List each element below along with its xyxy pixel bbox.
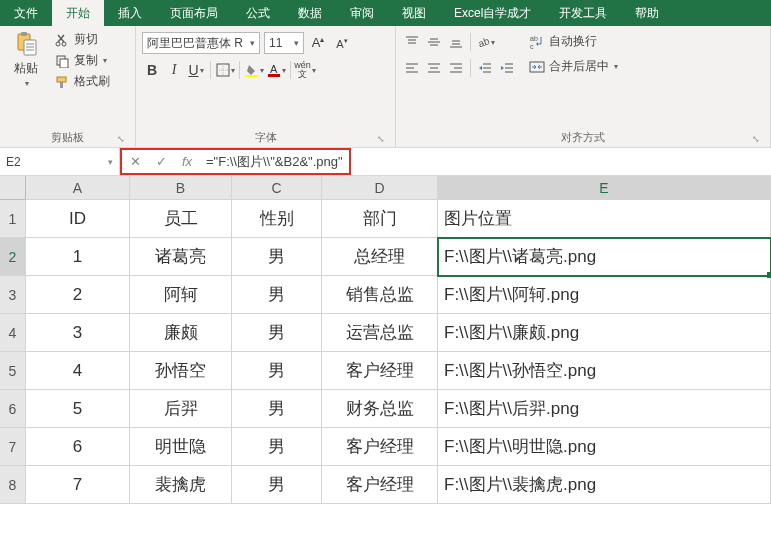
font-name-combo[interactable]: 阿里巴巴普惠体 R ▾ [142, 32, 260, 54]
cell[interactable]: 男 [232, 466, 322, 504]
cell[interactable]: 7 [26, 466, 130, 504]
cell[interactable]: F:\\图片\\明世隐.png [438, 428, 771, 466]
tab-insert[interactable]: 插入 [104, 0, 156, 26]
decrease-font-button[interactable]: A▾ [332, 33, 352, 53]
cell[interactable]: 员工 [130, 200, 232, 238]
cell[interactable]: 男 [232, 428, 322, 466]
formula-input[interactable]: ="F:\\图片\\"&B2&".png" [200, 153, 349, 171]
cell[interactable]: 图片位置 [438, 200, 771, 238]
cell[interactable]: 总经理 [322, 238, 438, 276]
cell[interactable]: 4 [26, 352, 130, 390]
cell[interactable]: 财务总监 [322, 390, 438, 428]
orientation-button[interactable]: ab▾ [475, 32, 495, 52]
font-name-value: 阿里巴巴普惠体 R [147, 35, 243, 52]
font-launcher-icon[interactable]: ⤡ [375, 133, 387, 145]
row-header[interactable]: 1 [0, 200, 26, 238]
copy-button[interactable]: 复制 ▾ [50, 51, 114, 70]
cell[interactable]: 1 [26, 238, 130, 276]
font-color-button[interactable]: A▾ [266, 60, 286, 80]
row-header[interactable]: 5 [0, 352, 26, 390]
italic-button[interactable]: I [164, 60, 184, 80]
border-button[interactable]: ▾ [215, 60, 235, 80]
cell[interactable]: 3 [26, 314, 130, 352]
increase-font-button[interactable]: A▴ [308, 33, 328, 53]
row-header[interactable]: 8 [0, 466, 26, 504]
column-header-b[interactable]: B [130, 176, 232, 200]
cell[interactable]: 2 [26, 276, 130, 314]
align-top-button[interactable] [402, 32, 422, 52]
fx-button[interactable]: fx [174, 150, 200, 173]
align-right-button[interactable] [446, 58, 466, 78]
cell[interactable]: 诸葛亮 [130, 238, 232, 276]
column-header-a[interactable]: A [26, 176, 130, 200]
tab-data[interactable]: 数据 [284, 0, 336, 26]
tab-file[interactable]: 文件 [0, 0, 52, 26]
cell[interactable]: 阿轲 [130, 276, 232, 314]
merge-center-button[interactable]: 合并后居中 ▾ [525, 57, 622, 76]
enter-formula-button[interactable]: ✓ [148, 150, 174, 173]
cell[interactable]: 5 [26, 390, 130, 428]
row-header[interactable]: 6 [0, 390, 26, 428]
tab-self-learn[interactable]: Excel自学成才 [440, 0, 545, 26]
cell[interactable]: 明世隐 [130, 428, 232, 466]
tab-dev-tools[interactable]: 开发工具 [545, 0, 621, 26]
cut-button[interactable]: 剪切 [50, 30, 114, 49]
cell[interactable]: 男 [232, 238, 322, 276]
tab-review[interactable]: 审阅 [336, 0, 388, 26]
column-header-c[interactable]: C [232, 176, 322, 200]
cell[interactable]: 裴擒虎 [130, 466, 232, 504]
cell[interactable]: 廉颇 [130, 314, 232, 352]
cancel-formula-button[interactable]: ✕ [122, 150, 148, 173]
tab-help[interactable]: 帮助 [621, 0, 673, 26]
decrease-indent-button[interactable] [475, 58, 495, 78]
paste-button[interactable]: 粘贴 ▾ [6, 28, 46, 129]
cell[interactable]: 客户经理 [322, 466, 438, 504]
cell[interactable]: 后羿 [130, 390, 232, 428]
fill-color-button[interactable]: ▾ [244, 60, 264, 80]
align-bottom-button[interactable] [446, 32, 466, 52]
name-box[interactable]: E2 ▾ [0, 148, 120, 175]
cell[interactable]: 销售总监 [322, 276, 438, 314]
pinyin-button[interactable]: wén文▾ [295, 60, 315, 80]
format-painter-button[interactable]: 格式刷 [50, 72, 114, 91]
wrap-text-button[interactable]: abc 自动换行 [525, 32, 622, 51]
cell[interactable]: F:\\图片\\孙悟空.png [438, 352, 771, 390]
cell[interactable]: 客户经理 [322, 352, 438, 390]
tab-home[interactable]: 开始 [52, 0, 104, 26]
cell-active[interactable]: F:\\图片\\诸葛亮.png [438, 238, 771, 276]
row-header[interactable]: 4 [0, 314, 26, 352]
cell[interactable]: F:\\图片\\阿轲.png [438, 276, 771, 314]
font-size-combo[interactable]: 11 ▾ [264, 32, 304, 54]
cell[interactable]: F:\\图片\\裴擒虎.png [438, 466, 771, 504]
row-header[interactable]: 7 [0, 428, 26, 466]
column-header-d[interactable]: D [322, 176, 438, 200]
cell[interactable]: 性别 [232, 200, 322, 238]
row-header[interactable]: 2 [0, 238, 26, 276]
cell[interactable]: 部门 [322, 200, 438, 238]
clipboard-launcher-icon[interactable]: ⤡ [115, 133, 127, 145]
cell[interactable]: 运营总监 [322, 314, 438, 352]
cell[interactable]: 客户经理 [322, 428, 438, 466]
tab-view[interactable]: 视图 [388, 0, 440, 26]
align-center-button[interactable] [424, 58, 444, 78]
align-middle-button[interactable] [424, 32, 444, 52]
bold-button[interactable]: B [142, 60, 162, 80]
tab-formulas[interactable]: 公式 [232, 0, 284, 26]
increase-indent-button[interactable] [497, 58, 517, 78]
cell[interactable]: F:\\图片\\廉颇.png [438, 314, 771, 352]
cell[interactable]: 男 [232, 314, 322, 352]
cell[interactable]: 孙悟空 [130, 352, 232, 390]
cell[interactable]: 男 [232, 390, 322, 428]
cell[interactable]: F:\\图片\\后羿.png [438, 390, 771, 428]
cell[interactable]: ID [26, 200, 130, 238]
column-header-e[interactable]: E [438, 176, 771, 200]
select-all-corner[interactable] [0, 176, 26, 200]
underline-button[interactable]: U▾ [186, 60, 206, 80]
row-header[interactable]: 3 [0, 276, 26, 314]
tab-page-layout[interactable]: 页面布局 [156, 0, 232, 26]
cell[interactable]: 男 [232, 352, 322, 390]
cell[interactable]: 6 [26, 428, 130, 466]
cell[interactable]: 男 [232, 276, 322, 314]
alignment-launcher-icon[interactable]: ⤡ [750, 133, 762, 145]
align-left-button[interactable] [402, 58, 422, 78]
